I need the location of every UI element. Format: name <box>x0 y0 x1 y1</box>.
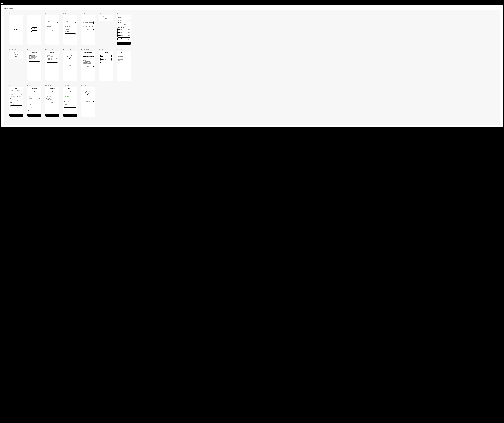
nav-transact[interactable]: ⇆Transact <box>54 114 59 117</box>
login-submit-button[interactable]: Login <box>47 30 58 31</box>
eye-icon[interactable] <box>129 20 130 21</box>
nav-home[interactable]: ⌂Home <box>45 114 50 117</box>
back-icon[interactable]: ‹ <box>46 52 47 53</box>
nav-home[interactable]: ⌂Home <box>9 114 14 117</box>
paystack-card-2[interactable]: PPaystack+5% <box>17 106 22 108</box>
frame-invest[interactable]: Invest ▭ Cash$398.00 ▤ Assets$398.00 Top… <box>9 87 23 117</box>
back-icon[interactable]: ‹ <box>82 87 82 88</box>
amount-input[interactable]: Enter Amount (NGN) <box>47 56 58 58</box>
portfolio-heading[interactable]: Stock Portfolio <box>10 104 22 106</box>
nav-invest[interactable]: ⇡Invest <box>50 114 54 117</box>
tx-row[interactable]: ↗WithdrawalMarch 30, 2022$398.0009:00:00 <box>118 34 130 37</box>
sidebar-item[interactable]: Request Statement <box>118 59 129 60</box>
frame-login[interactable]: AVE'O Enter Email Address Enter Email Ad… <box>45 15 59 45</box>
password-input[interactable]: Enter Password <box>47 25 58 27</box>
sidebar-item[interactable]: Settings <box>118 60 129 61</box>
frame-fund-popup[interactable]: Select Method Bank Transfer Debit Card <box>9 51 23 59</box>
dividend-accordion[interactable]: Dividend Yield <box>28 107 40 108</box>
frame-verify[interactable]: AVE'O A Verification Code Has Been Sent … <box>81 15 95 45</box>
stock-cell[interactable]: DANG $39,000 NGN▲ 6.02% (90) <box>10 96 16 99</box>
email-input[interactable]: Enter Email Address <box>47 22 58 24</box>
menu-icon[interactable] <box>118 16 119 17</box>
search-icon[interactable]: ⌕ <box>21 94 22 95</box>
nav-home[interactable]: ⌂Home <box>63 114 68 117</box>
frame-home[interactable]: Hi, Micheal Jay Welcome Primary Account … <box>117 15 131 45</box>
back-icon[interactable]: ‹ <box>28 52 29 53</box>
frame-invest-ok[interactable]: ‹ ✓ Success Go Back Home <box>81 87 95 117</box>
fund-button[interactable]: Fund Account <box>47 62 58 64</box>
nav-transact[interactable]: ⇆Transact <box>19 114 23 117</box>
stock-cell[interactable]: DANG $39,000 NGN▲ 6.02% (90) <box>17 96 22 99</box>
sidebar-item[interactable]: Recent Transactions <box>118 54 129 56</box>
about-accordion[interactable]: About Dangote <box>28 104 40 105</box>
frame-stock[interactable]: ‹Stock Details 🦅DANGOTE $390.89 ▲ +3% ( … <box>27 87 41 117</box>
email-input[interactable]: Enter Email Address <box>65 22 76 24</box>
frame-signup[interactable]: AVE'O Enter Email Address Enter Email Ad… <box>63 15 77 45</box>
nav-transact[interactable]: ⇆Transact <box>36 114 41 117</box>
nav-invest[interactable]: ⇡Invest <box>68 114 72 117</box>
valuation-accordion[interactable]: Valuation Ratio <box>28 106 40 107</box>
otp-cell-4[interactable]: 0 <box>91 26 94 27</box>
name-input[interactable]: Enter Full Name <box>65 29 76 30</box>
back-icon[interactable]: ‹ <box>64 88 65 89</box>
nav-home[interactable]: ⌂Home <box>27 114 32 117</box>
tx-row[interactable]: ↙DepositMarch 30, 2022$398.0009:00:00 <box>118 28 130 31</box>
verify-button[interactable]: Verify <box>83 29 94 30</box>
tx-row[interactable]: ↙DepositMarch 30, 2022$398.0009:00:00 <box>118 31 130 34</box>
back-icon[interactable]: ‹ <box>28 88 29 89</box>
password-input[interactable]: Enter Password <box>65 32 76 34</box>
see-all-link[interactable]: See All <box>10 102 22 103</box>
debit-card-button[interactable]: Debit Card <box>10 56 22 57</box>
stock-cell[interactable]: DANG $39,000 NGN▲ 6.02% (90) <box>17 99 22 102</box>
paystack-card-1[interactable]: PPaystack+5% <box>10 106 16 108</box>
frame-transfer-ok[interactable]: ‹ ✓ Account Funded Successfully Invest <box>63 51 77 81</box>
fund-account-button[interactable]: Fund Account <box>118 24 130 25</box>
back-icon[interactable]: ‹ <box>46 88 47 89</box>
go-home-button[interactable]: Go Back Home <box>83 101 94 102</box>
frame-auth[interactable]: Login Get Started <box>27 15 41 45</box>
amount-input[interactable]: Enter Amount (NGN) <box>46 99 58 101</box>
otp-cell-2[interactable]: 0 <box>85 26 88 27</box>
login-button[interactable]: Login <box>31 27 37 29</box>
existing-card-option[interactable]: Use Existing Card ( 1234 **** ** **** 99… <box>47 58 58 59</box>
invest-button[interactable]: Invest <box>65 65 76 66</box>
otp-cell-3[interactable]: 0 <box>88 26 91 27</box>
deposit-option[interactable]: ↙Deposit <box>101 55 112 58</box>
otp-cell-1[interactable]: 0 <box>83 26 85 27</box>
frame-enter-amt[interactable]: ‹Enter Amount 🦅DANGOTE $390.89 ▲ +3% ( +… <box>45 87 59 117</box>
back-icon[interactable]: ‹ <box>64 51 65 52</box>
forgot-password-link[interactable]: Forget Password ? <box>47 28 58 29</box>
nav-transact[interactable]: ⇆Transact <box>72 114 77 117</box>
nav-home[interactable]: ⌂Home <box>117 42 122 45</box>
signup-button[interactable]: Sign Up <box>65 34 76 36</box>
frame-verify-popup[interactable]: Phone Number Verified Proceed <box>99 15 113 21</box>
frame-splash[interactable]: AVE'O <box>9 15 23 45</box>
proceed-button[interactable]: Proceed <box>104 18 108 19</box>
see-all-link[interactable]: See All <box>10 109 22 109</box>
withdrawal-option[interactable]: ↗Withdrawal <box>101 58 112 61</box>
get-started-button[interactable]: Get Started <box>31 30 37 32</box>
frame-summary[interactable]: ‹Summary 🦅DANGOTE $390.89 ▲ +3% ( +21.48… <box>63 87 77 117</box>
bank-transfer-button[interactable]: Bank Transfer <box>10 54 22 55</box>
nav-invest[interactable]: ⇡Invest <box>122 42 126 45</box>
back-icon[interactable]: ‹ <box>82 52 82 53</box>
add-card-button[interactable]: Add Card <box>101 62 104 63</box>
phone-input[interactable]: Enter Phone Number <box>65 25 76 27</box>
frame-menu[interactable]: AVE'O Recent TransactionsCard Management… <box>117 51 131 81</box>
back-icon[interactable]: ‹ <box>100 52 100 53</box>
add-card-option[interactable]: Add Another Card <box>47 59 58 60</box>
sidebar-item[interactable]: Card Management <box>118 56 129 57</box>
frame-tx-detail[interactable]: ‹Transaction Details Transaction Date : … <box>81 51 95 81</box>
nav-invest[interactable]: ⇡Invest <box>14 114 19 117</box>
pin-input[interactable]: Enter PIN <box>64 104 76 105</box>
canvas-tab[interactable]: Mid-Fidelity Wireframes <box>4 8 13 9</box>
done-button[interactable]: Done <box>83 66 94 67</box>
frame-bank[interactable]: ‹Bank Transfer Destination Account Accou… <box>27 51 41 81</box>
nav-invest[interactable]: ⇡Invest <box>32 114 36 117</box>
sidebar-item[interactable]: Investment Portfolio <box>118 57 129 59</box>
search-row[interactable]: ⌕ <box>10 94 22 95</box>
frame-debit[interactable]: ‹Debit Card Enter Amount Enter Amount (N… <box>45 51 59 81</box>
invest-button[interactable]: Invest <box>64 106 76 107</box>
invest-button[interactable]: Invest <box>28 109 40 111</box>
nav-transact[interactable]: ⇆Transact <box>126 42 131 45</box>
